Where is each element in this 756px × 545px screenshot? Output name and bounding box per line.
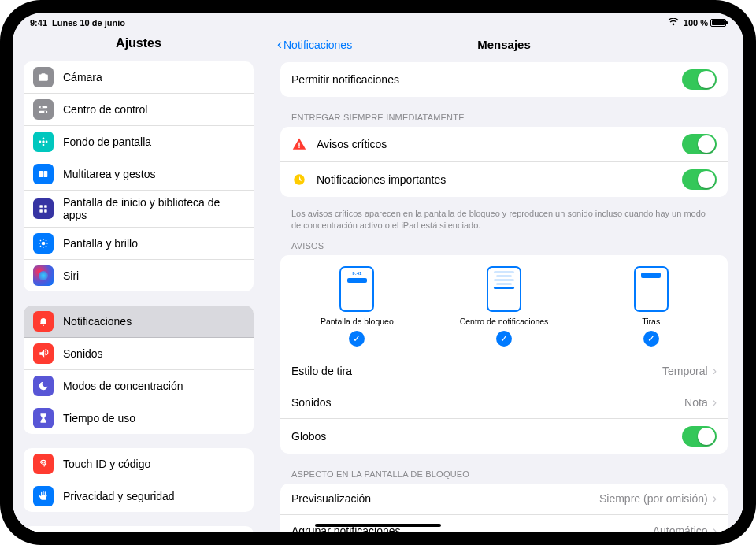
moon-icon xyxy=(33,376,54,396)
svg-rect-24 xyxy=(298,143,300,146)
svg-line-21 xyxy=(46,246,46,247)
sidebar-item-multitasking[interactable]: Multitarea y gestos xyxy=(24,158,254,191)
speaker-icon xyxy=(33,343,54,364)
deliver-section: Avisos críticos Notificaciones important… xyxy=(280,127,728,197)
chevron-right-icon: › xyxy=(713,364,717,378)
hand-icon xyxy=(33,486,54,506)
siri-icon xyxy=(33,265,54,286)
sidebar-scroll[interactable]: Cámara Centro de control Fondo de pantal… xyxy=(13,61,265,532)
time-sensitive-toggle[interactable] xyxy=(682,169,717,190)
svg-point-15 xyxy=(42,242,46,246)
svg-line-20 xyxy=(40,240,41,241)
allow-notifications-row: Permitir notificaciones xyxy=(280,62,728,97)
sidebar-item-label: Siri xyxy=(63,269,79,282)
critical-alerts-label: Avisos críticos xyxy=(317,138,387,150)
back-button[interactable]: ‹ Notificaciones xyxy=(277,36,352,53)
bell-icon xyxy=(33,311,54,332)
settings-sidebar: Ajustes Cámara Centro de control xyxy=(13,30,265,532)
sidebar-group-3: Touch ID y código Privacidad y seguridad xyxy=(24,448,254,512)
sidebar-item-label: Privacidad y seguridad xyxy=(63,490,175,502)
sidebar-item-appstore[interactable]: App Store xyxy=(24,526,254,532)
sidebar-group-2: Notificaciones Sonidos Modos de concentr… xyxy=(24,306,254,434)
sidebar-item-home-screen[interactable]: Pantalla de inicio y biblioteca de apps xyxy=(24,191,254,228)
banner-style-row[interactable]: Estilo de tira Temporal› xyxy=(280,356,728,387)
svg-rect-14 xyxy=(44,209,47,213)
sidebar-item-label: Modos de concentración xyxy=(63,380,183,392)
switches-icon xyxy=(33,99,54,120)
sidebar-item-label: Tiempo de uso xyxy=(63,412,135,425)
fingerprint-icon xyxy=(33,454,54,474)
sidebar-item-wallpaper[interactable]: Fondo de pantalla xyxy=(24,126,254,158)
sidebar-item-siri[interactable]: Siri xyxy=(24,260,254,291)
alert-option-label: Tiras xyxy=(642,317,660,326)
chevron-right-icon: › xyxy=(713,491,717,506)
svg-rect-9 xyxy=(39,171,43,177)
sidebar-item-label: Touch ID y código xyxy=(63,458,150,470)
sidebar-item-screen-time[interactable]: Tiempo de uso xyxy=(24,402,254,434)
chevron-right-icon: › xyxy=(713,395,717,410)
check-icon: ✓ xyxy=(643,331,659,347)
sidebar-item-sounds[interactable]: Sonidos xyxy=(24,338,254,370)
sidebar-group-1: Cámara Centro de control Fondo de pantal… xyxy=(24,61,254,291)
badges-toggle[interactable] xyxy=(682,426,717,447)
banner-style-value: Temporal xyxy=(662,365,708,377)
appstore-icon xyxy=(33,532,54,532)
allow-notifications-toggle[interactable] xyxy=(682,69,717,90)
sidebar-item-label: Notificaciones xyxy=(63,315,132,328)
svg-rect-1 xyxy=(39,111,48,113)
status-date: Lunes 10 de junio xyxy=(52,18,125,28)
banner-style-label: Estilo de tira xyxy=(291,365,352,377)
preview-row[interactable]: Previsualización Siempre (por omisión)› xyxy=(280,484,728,515)
alert-option-notification-center[interactable]: Centro de notificaciones ✓ xyxy=(434,266,575,347)
sidebar-item-privacy[interactable]: Privacidad y seguridad xyxy=(24,480,254,512)
alerts-header: AVISOS xyxy=(280,232,728,255)
sounds-row[interactable]: Sonidos Nota› xyxy=(280,387,728,419)
battery-indicator: 100 % xyxy=(684,18,726,28)
alert-option-lock-screen[interactable]: 9:41 Pantalla de bloqueo ✓ xyxy=(287,266,428,347)
main-scroll[interactable]: Permitir notificaciones ENTREGAR SIEMPRE… xyxy=(265,62,743,532)
critical-alerts-toggle[interactable] xyxy=(682,134,717,154)
sidebar-item-control-center[interactable]: Centro de control xyxy=(24,94,254,126)
sidebar-group-4: App Store xyxy=(24,526,254,532)
critical-alerts-row: Avisos críticos xyxy=(280,127,728,162)
squares-icon xyxy=(33,164,54,184)
deliver-header: ENTREGAR SIEMPRE INMEDIATAMENTE xyxy=(280,103,728,127)
lock-appearance-header: ASPECTO EN LA PANTALLA DE BLOQUEO xyxy=(280,460,728,484)
sun-icon xyxy=(33,233,54,254)
svg-point-8 xyxy=(46,141,48,143)
main-panel: ‹ Notificaciones Mensajes Permitir notif… xyxy=(265,30,743,532)
svg-point-3 xyxy=(44,111,46,113)
back-label: Notificaciones xyxy=(284,39,352,51)
badges-row: Globos xyxy=(280,419,728,454)
grouping-value: Automático xyxy=(653,525,708,532)
deliver-footer: Los avisos críticos aparecen en la panta… xyxy=(280,203,728,232)
lock-screen-preview: 9:41 xyxy=(339,266,374,312)
sidebar-item-touchid[interactable]: Touch ID y código xyxy=(24,448,254,480)
ipad-frame: 9:41 Lunes 10 de junio 100 % Ajustes xyxy=(0,0,756,545)
preview-value: Siempre (por omisión) xyxy=(599,492,708,505)
home-indicator[interactable] xyxy=(315,524,441,527)
sidebar-item-display-brightness[interactable]: Pantalla y brillo xyxy=(24,228,254,260)
sidebar-item-label: Fondo de pantalla xyxy=(63,135,151,148)
sidebar-item-label: Sonidos xyxy=(63,347,103,360)
svg-rect-10 xyxy=(44,171,48,177)
preview-label: Previsualización xyxy=(291,492,371,505)
sidebar-item-camera[interactable]: Cámara xyxy=(24,61,254,94)
warning-icon xyxy=(291,136,307,152)
alerts-section: 9:41 Pantalla de bloqueo ✓ Centro xyxy=(280,255,728,454)
clock-alert-icon xyxy=(291,172,307,187)
svg-rect-25 xyxy=(298,146,300,148)
alert-option-banners[interactable]: Tiras ✓ xyxy=(580,266,721,347)
allow-notifications-section: Permitir notificaciones xyxy=(280,62,728,97)
hourglass-icon xyxy=(33,408,54,428)
status-time: 9:41 xyxy=(30,18,47,28)
time-sensitive-label: Notificaciones importantes xyxy=(317,173,446,186)
sidebar-item-notifications[interactable]: Notificaciones xyxy=(24,306,254,338)
sidebar-item-focus[interactable]: Modos de concentración xyxy=(24,370,254,402)
camera-icon xyxy=(33,67,54,87)
allow-notifications-label: Permitir notificaciones xyxy=(291,73,399,86)
battery-text: 100 % xyxy=(684,18,708,28)
sounds-label: Sonidos xyxy=(291,396,332,409)
ipad-screen: 9:41 Lunes 10 de junio 100 % Ajustes xyxy=(13,13,743,532)
alert-option-label: Pantalla de bloqueo xyxy=(321,317,394,326)
